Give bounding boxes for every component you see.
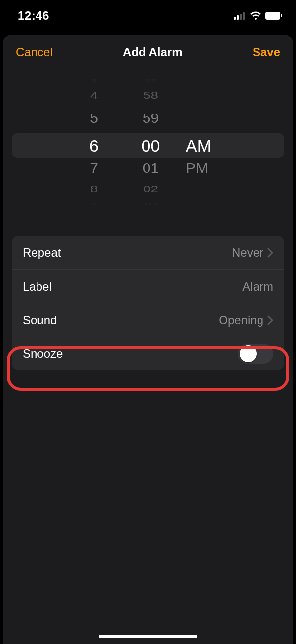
hour-option: 9 [75, 202, 112, 206]
chevron-right-icon [267, 248, 273, 258]
repeat-value: Never [232, 246, 263, 260]
minute-option: 57 [132, 78, 169, 83]
wifi-icon [250, 11, 261, 20]
minute-option: 01 [132, 161, 169, 176]
snooze-row: Snooze [12, 337, 284, 370]
snooze-label: Snooze [23, 347, 63, 361]
hour-option: 4 [75, 90, 112, 101]
save-button[interactable]: Save [253, 45, 280, 59]
hour-option: 5 [75, 111, 112, 126]
nav-bar: Cancel Add Alarm Save [3, 35, 293, 68]
ampm-selected: AM [186, 136, 221, 155]
nav-title: Add Alarm [123, 45, 182, 59]
svg-rect-2 [240, 14, 242, 20]
sound-row[interactable]: Sound Opening [12, 303, 284, 337]
battery-icon [265, 12, 282, 20]
sound-value: Opening [219, 313, 263, 327]
home-indicator[interactable] [99, 635, 197, 638]
time-picker[interactable]: 3 4 5 6 7 8 9 57 58 59 00 01 02 03 AM PM [3, 73, 293, 221]
sound-label: Sound [23, 313, 57, 327]
cellular-icon [234, 12, 246, 20]
repeat-label: Repeat [23, 246, 61, 260]
svg-rect-3 [243, 12, 245, 20]
cancel-button[interactable]: Cancel [16, 45, 53, 59]
minute-option: 03 [132, 202, 169, 206]
hour-option: 8 [75, 184, 112, 195]
svg-rect-5 [281, 14, 282, 17]
label-label: Label [23, 280, 52, 294]
status-icons [234, 11, 282, 20]
toggle-knob [240, 345, 257, 362]
minute-wheel[interactable]: 57 58 59 00 01 02 03 [132, 73, 169, 221]
minute-selected: 00 [132, 136, 169, 155]
repeat-row[interactable]: Repeat Never [12, 236, 284, 269]
label-row[interactable]: Label Alarm [12, 269, 284, 303]
hour-selected: 6 [75, 136, 112, 155]
label-value: Alarm [242, 280, 273, 294]
alarm-options: Repeat Never Label Alarm Sound Opening S… [12, 236, 284, 370]
ampm-option: PM [186, 161, 221, 176]
add-alarm-sheet: Cancel Add Alarm Save 3 4 5 6 7 8 9 57 5… [3, 35, 293, 644]
hour-option: 7 [75, 161, 112, 176]
minute-option: 59 [132, 111, 169, 126]
svg-rect-4 [265, 12, 280, 20]
chevron-right-icon [267, 315, 273, 325]
ampm-wheel[interactable]: AM PM [186, 73, 221, 221]
svg-rect-1 [237, 15, 239, 20]
svg-rect-0 [234, 17, 236, 20]
minute-option: 02 [132, 184, 169, 195]
snooze-toggle[interactable] [238, 344, 273, 364]
status-bar: 12:46 [0, 0, 296, 27]
minute-option: 58 [132, 90, 169, 101]
status-time: 12:46 [18, 9, 49, 23]
hour-wheel[interactable]: 3 4 5 6 7 8 9 [75, 73, 112, 221]
hour-option: 3 [75, 78, 112, 83]
